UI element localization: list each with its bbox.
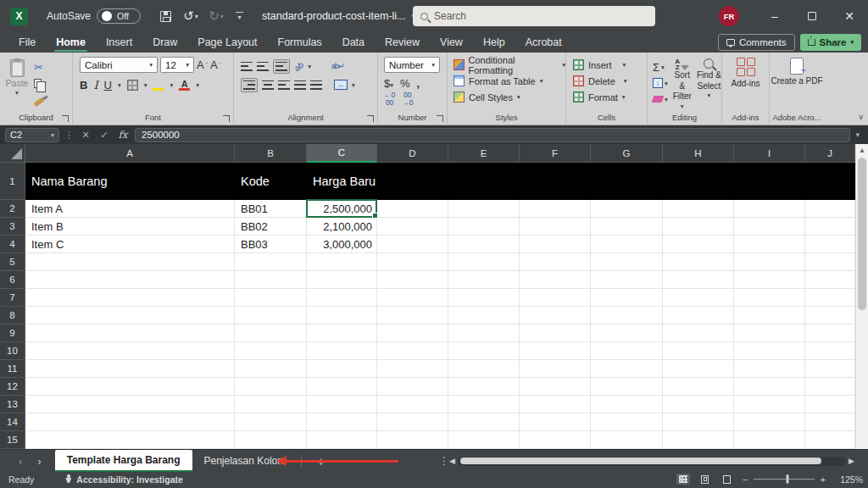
menu-tab-acrobat[interactable]: Acrobat xyxy=(515,32,572,53)
save-button[interactable] xyxy=(154,5,176,27)
cell-A10[interactable] xyxy=(25,342,235,360)
decrease-decimal-button[interactable]: 00→0 xyxy=(402,92,413,106)
cell-C11[interactable] xyxy=(307,360,377,378)
cell-A8[interactable] xyxy=(25,307,235,324)
cell-C4[interactable]: 3,000,000 xyxy=(307,236,377,253)
row-header-13[interactable]: 13 xyxy=(0,396,25,413)
menu-tab-draw[interactable]: Draw xyxy=(142,32,187,53)
addins-icon[interactable] xyxy=(737,58,755,76)
cell-A1[interactable]: Nama Barang xyxy=(25,163,235,200)
menu-tab-page-layout[interactable]: Page Layout xyxy=(187,32,267,53)
increase-indent-button[interactable] xyxy=(310,80,322,90)
cell-F14[interactable] xyxy=(520,413,591,431)
cell-G11[interactable] xyxy=(591,360,663,378)
search-input[interactable]: Search xyxy=(413,6,655,26)
horizontal-scrollbar[interactable]: ◀ ▶ xyxy=(449,453,854,469)
cell-E3[interactable] xyxy=(448,218,520,236)
cell-J10[interactable] xyxy=(805,342,855,360)
copy-button[interactable]: ▾ xyxy=(34,76,47,91)
cell-J11[interactable] xyxy=(805,360,855,378)
cell-G6[interactable] xyxy=(591,271,663,289)
cell-A5[interactable] xyxy=(25,253,235,271)
cell-A6[interactable] xyxy=(25,271,235,289)
menu-tab-view[interactable]: View xyxy=(430,32,473,53)
cell-D12[interactable] xyxy=(377,378,448,396)
cell-D1[interactable] xyxy=(377,163,448,200)
column-header-J[interactable]: J xyxy=(805,144,855,163)
font-color-button[interactable]: A xyxy=(179,80,190,91)
cell-E10[interactable] xyxy=(448,342,520,360)
undo-button[interactable]: ↺▾ xyxy=(180,5,202,27)
menu-tab-help[interactable]: Help xyxy=(473,32,515,53)
close-button[interactable]: ✕ xyxy=(831,0,868,32)
cell-I4[interactable] xyxy=(734,236,805,253)
cell-G8[interactable] xyxy=(591,307,663,324)
insert-function-icon[interactable]: fx xyxy=(116,129,130,141)
redo-button[interactable]: ↻▾ xyxy=(205,5,227,27)
cell-E14[interactable] xyxy=(448,413,520,431)
increase-decimal-button[interactable]: ←000 xyxy=(384,92,395,106)
next-sheet-icon[interactable]: › xyxy=(37,455,41,468)
zoom-slider[interactable] xyxy=(754,479,815,480)
autosave-toggle[interactable]: Off xyxy=(97,8,141,24)
cell-J15[interactable] xyxy=(805,431,855,449)
cell-G15[interactable] xyxy=(591,431,663,449)
cell-H4[interactable] xyxy=(663,236,734,253)
cell-I10[interactable] xyxy=(734,342,805,360)
comments-button[interactable]: Comments xyxy=(718,34,795,51)
currency-button[interactable]: $▾ xyxy=(384,77,393,90)
cell-F10[interactable] xyxy=(520,342,591,360)
cell-H6[interactable] xyxy=(663,271,734,289)
align-left-button[interactable] xyxy=(241,78,258,92)
cell-J13[interactable] xyxy=(805,396,855,413)
cell-E7[interactable] xyxy=(448,289,520,307)
cell-H13[interactable] xyxy=(663,396,734,413)
cell-I12[interactable] xyxy=(734,378,805,396)
cell-I2[interactable] xyxy=(734,200,805,218)
cell-E4[interactable] xyxy=(448,236,520,253)
menu-tab-review[interactable]: Review xyxy=(375,32,430,53)
collapse-ribbon-icon[interactable]: ∨ xyxy=(858,113,864,121)
cell-C7[interactable] xyxy=(307,289,377,307)
cell-D11[interactable] xyxy=(377,360,448,378)
wrap-text-button[interactable]: ab↵ xyxy=(331,62,344,70)
cell-A14[interactable] xyxy=(25,413,235,431)
cell-G12[interactable] xyxy=(591,378,663,396)
confirm-entry-icon[interactable]: ✓ xyxy=(97,130,111,141)
row-header-10[interactable]: 10 xyxy=(0,342,25,360)
cell-I8[interactable] xyxy=(734,307,805,324)
cell-C5[interactable] xyxy=(307,253,377,271)
cell-G3[interactable] xyxy=(591,218,663,236)
bold-button[interactable]: B xyxy=(80,79,87,92)
row-header-14[interactable]: 14 xyxy=(0,413,25,431)
cell-F12[interactable] xyxy=(520,378,591,396)
cell-C8[interactable] xyxy=(307,307,377,324)
cell-D4[interactable] xyxy=(377,236,448,253)
cell-E5[interactable] xyxy=(448,253,520,271)
cell-E13[interactable] xyxy=(448,396,520,413)
cell-H3[interactable] xyxy=(663,218,734,236)
cell-D3[interactable] xyxy=(377,218,448,236)
cell-B3[interactable]: BB02 xyxy=(235,218,307,236)
row-header-7[interactable]: 7 xyxy=(0,289,25,307)
cell-D15[interactable] xyxy=(377,431,448,449)
cell-C10[interactable] xyxy=(307,342,377,360)
menu-tab-data[interactable]: Data xyxy=(332,32,375,53)
cell-D2[interactable] xyxy=(377,200,448,218)
cell-J7[interactable] xyxy=(805,289,855,307)
formula-input[interactable]: 2500000 xyxy=(135,128,850,142)
cell-F6[interactable] xyxy=(520,271,591,289)
cell-A9[interactable] xyxy=(25,324,235,342)
cell-B11[interactable] xyxy=(235,360,307,378)
cell-I15[interactable] xyxy=(734,431,805,449)
cell-D7[interactable] xyxy=(377,289,448,307)
row-header-4[interactable]: 4 xyxy=(0,236,25,253)
decrease-indent-button[interactable] xyxy=(294,80,306,90)
borders-button[interactable] xyxy=(127,80,138,91)
percent-button[interactable]: % xyxy=(400,77,410,90)
cell-H14[interactable] xyxy=(663,413,734,431)
cell-I3[interactable] xyxy=(734,218,805,236)
cell-B7[interactable] xyxy=(235,289,307,307)
cell-I13[interactable] xyxy=(734,396,805,413)
cell-F11[interactable] xyxy=(520,360,591,378)
